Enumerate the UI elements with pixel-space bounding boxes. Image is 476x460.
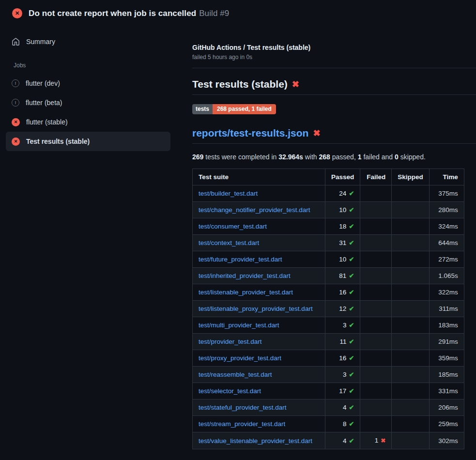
check-icon: ✔ [349,371,354,378]
sidebar-item-flutter-beta[interactable]: ! flutter (beta) [6,93,170,112]
sidebar-item-label: flutter (stable) [26,118,68,126]
test-suite-link[interactable]: test/listenable_proxy_provider_test.dart [199,305,313,312]
time-cell: 1.065s [429,268,464,284]
passed-cell: 3✔ [325,367,360,383]
passed-cell: 17✔ [325,383,360,399]
x-icon: ✖ [381,437,385,444]
test-suite-link[interactable]: test/context_test.dart [199,239,259,246]
badge-label: tests [192,104,213,114]
page-title: Do not create report when job is cancell… [29,9,229,18]
failed-cell [360,334,392,350]
test-suite-link[interactable]: test/listenable_provider_test.dart [199,289,293,296]
passed-cell: 31✔ [325,235,360,251]
table-row: test/future_provider_test.dart 10✔ 272ms [193,251,464,268]
check-icon: ✔ [349,322,354,329]
test-suite-link[interactable]: test/stream_provider_test.dart [199,420,285,428]
column-test-suite: Test suite [193,169,325,185]
time-cell: 183ms [429,317,464,334]
table-row: test/stateful_provider_test.dart 4✔ 206m… [193,399,464,416]
column-time: Time [429,169,464,185]
home-icon [12,38,20,46]
sidebar-item-flutter-dev[interactable]: ! flutter (dev) [6,74,170,93]
time-cell: 331ms [429,383,464,399]
check-icon: ✔ [349,420,354,428]
table-row: test/consumer_test.dart 18✔ 324ms [193,218,464,235]
test-suite-link[interactable]: test/stateful_provider_test.dart [199,404,287,411]
time-cell: 375ms [429,185,464,202]
test-suite-link[interactable]: test/inherited_provider_test.dart [199,272,291,279]
test-suite-link[interactable]: test/consumer_test.dart [199,223,267,230]
test-suite-link[interactable]: test/builder_test.dart [199,190,258,197]
page-header: ✕ Do not create report when job is cance… [0,0,476,26]
failed-cell [360,367,392,383]
test-suite-link[interactable]: test/provider_test.dart [199,338,262,345]
sidebar-item-summary[interactable]: Summary [6,33,170,50]
passed-cell: 10✔ [325,251,360,268]
column-passed: Passed [325,169,360,185]
check-icon: ✔ [349,305,354,312]
time-cell: 291ms [429,334,464,350]
table-row: test/context_test.dart 31✔ 644ms [193,235,464,251]
report-file-link[interactable]: reports/test-results.json [192,127,308,138]
failed-cell: 1✖ [360,432,392,449]
table-row: test/listenable_proxy_provider_test.dart… [193,301,464,317]
check-icon: ✔ [349,256,354,263]
failed-cell [360,218,392,235]
check-title: Test results (stable)✖ [192,78,476,95]
time-cell: 359ms [429,350,464,367]
test-suite-link[interactable]: test/multi_provider_test.dart [199,322,279,329]
skipped-cell [392,399,430,416]
check-icon: ✔ [349,404,354,411]
skipped-cell [392,202,430,218]
sidebar-item-flutter-stable[interactable]: ✕ flutter (stable) [6,112,170,132]
failed-cell [360,399,392,416]
test-suite-link[interactable]: test/future_provider_test.dart [199,256,282,263]
time-cell: 644ms [429,235,464,251]
sidebar-item-label: Test results (stable) [26,138,90,145]
passed-cell: 11✔ [325,334,360,350]
time-cell: 185ms [429,367,464,383]
passed-cell: 3✔ [325,317,360,334]
passed-cell: 16✔ [325,350,360,367]
test-suite-link[interactable]: test/value_listenable_provider_test.dart [199,437,312,445]
time-cell: 302ms [429,432,464,449]
test-suite-link[interactable]: test/reassemble_test.dart [199,371,272,378]
skipped-cell [392,383,430,399]
report-file-heading: reports/test-results.json✖ [192,127,476,144]
time-cell: 206ms [429,399,464,416]
column-skipped: Skipped [392,169,430,185]
test-suite-link[interactable]: test/change_notifier_provider_test.dart [199,206,310,214]
failed-status-icon: ✕ [12,8,22,18]
skipped-cell [392,251,430,268]
test-results-table: Test suite Passed Failed Skipped Time te… [192,169,464,449]
passed-cell: 24✔ [325,185,360,202]
time-cell: 259ms [429,416,464,432]
skipped-cell [392,350,430,367]
skipped-cell [392,334,430,350]
table-row: test/provider_test.dart 11✔ 291ms [193,334,464,350]
failed-cell [360,284,392,301]
test-suite-link[interactable]: test/selector_test.dart [199,387,261,395]
table-row: test/multi_provider_test.dart 3✔ 183ms [193,317,464,334]
skipped-cell [392,301,430,317]
tests-badge: tests 268 passed, 1 failed [192,104,276,114]
failed-x-icon: ✖ [313,128,320,138]
test-suite-link[interactable]: test/proxy_provider_test.dart [199,354,281,362]
sidebar-item-label: flutter (beta) [26,99,62,107]
neutral-status-icon: ! [12,79,19,87]
sidebar-item-test-results-stable[interactable]: ✕ Test results (stable) [6,132,170,151]
check-icon: ✔ [349,387,354,395]
column-failed: Failed [360,169,392,185]
failed-cell [360,235,392,251]
failed-cell [360,317,392,334]
passed-cell: 4✔ [325,399,360,416]
passed-cell: 18✔ [325,218,360,235]
table-row: test/change_notifier_provider_test.dart … [193,202,464,218]
jobs-sidebar: Summary Jobs ! flutter (dev) ! flutter (… [0,26,177,151]
sidebar-summary-label: Summary [26,38,55,46]
passed-cell: 81✔ [325,268,360,284]
table-row: test/builder_test.dart 24✔ 375ms [193,185,464,202]
table-row: test/reassemble_test.dart 3✔ 185ms [193,367,464,383]
check-icon: ✔ [349,239,354,246]
summary-sentence: 269 tests were completed in 32.964s with… [192,153,476,161]
